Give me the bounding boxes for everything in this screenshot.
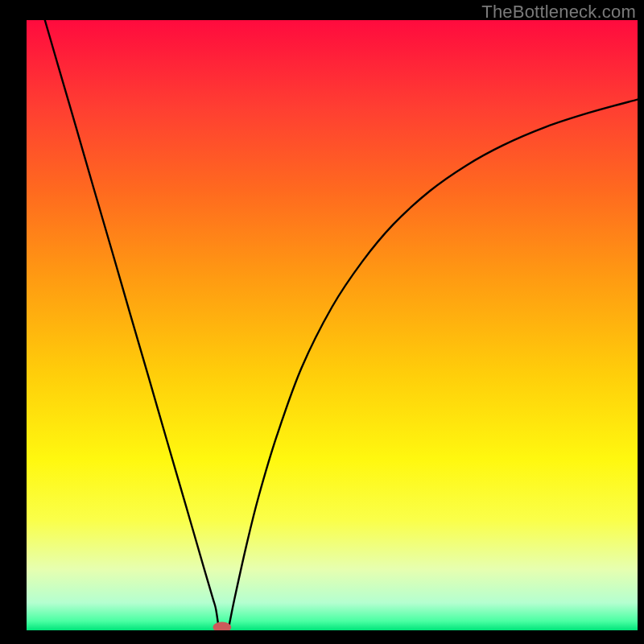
chart-plot-area (27, 20, 638, 630)
chart-svg (27, 20, 638, 630)
watermark-text: TheBottleneck.com (481, 2, 636, 23)
chart-background (27, 20, 638, 630)
chart-frame: TheBottleneck.com (0, 0, 644, 644)
